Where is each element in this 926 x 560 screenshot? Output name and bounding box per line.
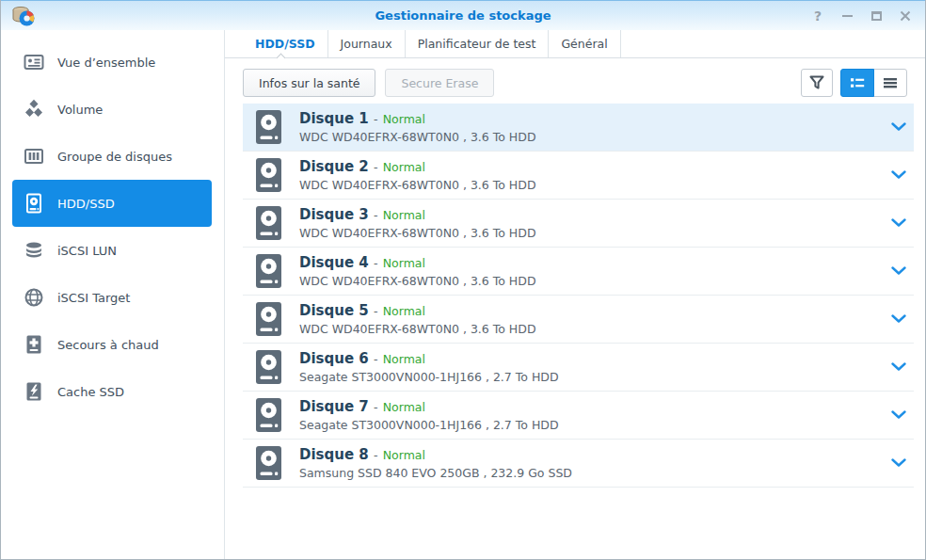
status-separator: - [374,256,378,270]
disk-icon [256,110,281,144]
disk-model: Seagate ST3000VN000-1HJ166 , 2.7 To HDD [299,418,559,432]
disk-status: Normal [383,256,425,270]
hdd-icon [23,192,45,215]
disk-icon [256,206,281,240]
disk-name: Disque 7 [299,398,369,415]
disk-model: Samsung SSD 840 EVO 250GB , 232.9 Go SSD [299,466,572,480]
chevron-down-icon[interactable] [891,458,906,468]
tab-journaux[interactable]: Journaux [328,30,406,57]
disk-row[interactable]: Disque 6 - Normal Seagate ST3000VN000-1H… [243,344,914,392]
disk-name: Disque 8 [299,446,369,463]
maximize-icon[interactable] [868,8,885,24]
tab-hdd-ssd[interactable]: HDD/SSD [243,30,328,57]
disk-info: Disque 1 - Normal WDC WD40EFRX-68WT0N0 ,… [299,111,536,144]
disk-model: WDC WD40EFRX-68WT0N0 , 3.6 To HDD [299,274,536,288]
disk-name: Disque 1 [299,110,369,127]
disk-row[interactable]: Disque 7 - Normal Seagate ST3000VN000-1H… [243,392,914,440]
disk-row[interactable]: Disque 4 - Normal WDC WD40EFRX-68WT0N0 ,… [243,248,914,296]
view-controls [801,69,907,97]
filter-icon[interactable] [801,69,833,97]
sidebar-item-label: iSCSI Target [57,291,130,305]
disk-info: Disque 8 - Normal Samsung SSD 840 EVO 25… [299,447,572,480]
chevron-down-icon[interactable] [891,410,906,420]
window-controls: ? [809,1,914,31]
health-info-button[interactable]: Infos sur la santé [243,69,375,97]
disk-info: Disque 4 - Normal WDC WD40EFRX-68WT0N0 ,… [299,255,536,288]
status-separator: - [374,160,378,174]
disk-info: Disque 5 - Normal WDC WD40EFRX-68WT0N0 ,… [299,303,536,336]
disk-icon [256,302,281,336]
view-mode-switch [840,69,907,97]
help-icon[interactable]: ? [809,8,826,24]
ssd-cache-icon [23,380,45,403]
tab-planificateur[interactable]: Planificateur de test [406,30,550,57]
chevron-down-icon[interactable] [891,170,906,180]
disk-row[interactable]: Disque 8 - Normal Samsung SSD 840 EVO 25… [243,440,914,488]
minimize-icon[interactable] [838,8,855,24]
close-icon[interactable] [897,8,914,24]
disk-info: Disque 7 - Normal Seagate ST3000VN000-1H… [299,399,559,432]
disk-name: Disque 2 [299,158,369,175]
disk-row[interactable]: Disque 5 - Normal WDC WD40EFRX-68WT0N0 ,… [243,296,914,344]
disk-status: Normal [383,208,425,222]
tab-bar: HDD/SSD Journaux Planificateur de test G… [225,30,925,58]
toolbar: Infos sur la santé Secure Erase [243,69,907,97]
sidebar-item-hot-spare[interactable]: Secours à chaud [12,321,212,368]
disk-row[interactable]: Disque 2 - Normal WDC WD40EFRX-68WT0N0 ,… [243,152,914,200]
disk-status: Normal [383,448,425,462]
status-separator: - [374,352,378,366]
disk-info: Disque 3 - Normal WDC WD40EFRX-68WT0N0 ,… [299,207,536,240]
sidebar-item-label: Groupe de disques [57,150,172,164]
status-separator: - [374,304,378,318]
iscsi-target-icon [23,286,45,309]
disk-list: Disque 1 - Normal WDC WD40EFRX-68WT0N0 ,… [243,104,914,488]
disk-status: Normal [383,352,425,366]
sidebar-item-iscsi-lun[interactable]: iSCSI LUN [12,227,212,274]
disk-name: Disque 6 [299,350,369,367]
main-panel: HDD/SSD Journaux Planificateur de test G… [225,30,925,559]
iscsi-lun-icon [23,239,45,262]
chevron-down-icon[interactable] [891,362,906,372]
disk-icon [256,446,281,480]
sidebar-item-label: Secours à chaud [57,338,159,352]
list-view-icon[interactable] [873,69,907,97]
disk-row[interactable]: Disque 1 - Normal WDC WD40EFRX-68WT0N0 ,… [243,104,914,152]
disk-icon [256,350,281,384]
disk-info: Disque 2 - Normal WDC WD40EFRX-68WT0N0 ,… [299,159,536,192]
sidebar-item-label: Volume [57,103,103,117]
status-separator: - [374,448,378,462]
chevron-down-icon[interactable] [891,314,906,324]
sidebar-item-disk-group[interactable]: Groupe de disques [12,133,212,180]
sidebar-item-label: iSCSI LUN [57,244,117,258]
status-separator: - [374,400,378,414]
title-bar: Gestionnaire de stockage ? [1,0,925,30]
sidebar-item-label: HDD/SSD [57,197,115,211]
chevron-down-icon[interactable] [891,218,906,228]
disk-model: WDC WD40EFRX-68WT0N0 , 3.6 To HDD [299,178,536,192]
tab-general[interactable]: Général [549,30,620,57]
sidebar-item-iscsi-target[interactable]: iSCSI Target [12,274,212,321]
disk-status: Normal [383,112,425,126]
storage-manager-window: Gestionnaire de stockage ? [0,0,926,560]
sidebar-item-label: Cache SSD [57,385,124,399]
disk-model: WDC WD40EFRX-68WT0N0 , 3.6 To HDD [299,130,536,144]
disk-status: Normal [383,160,425,174]
disk-row[interactable]: Disque 3 - Normal WDC WD40EFRX-68WT0N0 ,… [243,200,914,248]
disk-info: Disque 6 - Normal Seagate ST3000VN000-1H… [299,351,559,384]
sidebar-item-hdd-ssd[interactable]: HDD/SSD [12,180,212,227]
disk-model: WDC WD40EFRX-68WT0N0 , 3.6 To HDD [299,226,536,240]
disk-icon [256,158,281,192]
chevron-down-icon[interactable] [891,266,906,276]
secure-erase-button[interactable]: Secure Erase [385,69,494,97]
disk-model: WDC WD40EFRX-68WT0N0 , 3.6 To HDD [299,322,536,336]
disk-icon [256,254,281,288]
sidebar-item-volume[interactable]: Volume [12,86,212,133]
disk-name: Disque 3 [299,206,369,223]
detail-view-icon[interactable] [840,69,874,97]
status-separator: - [374,112,378,126]
sidebar-item-ssd-cache[interactable]: Cache SSD [12,368,212,415]
disk-status: Normal [383,304,425,318]
sidebar-item-overview[interactable]: Vue d’ensemble [12,39,212,86]
chevron-down-icon[interactable] [891,122,906,132]
disk-name: Disque 5 [299,302,369,319]
